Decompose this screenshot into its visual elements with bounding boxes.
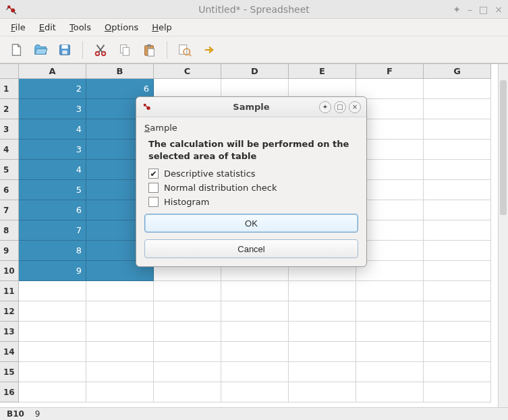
cell[interactable]	[19, 382, 86, 402]
cancel-button[interactable]: Cancel	[144, 239, 358, 258]
cell[interactable]	[289, 362, 356, 382]
row-header[interactable]: 9	[0, 241, 19, 261]
checkbox-descriptive[interactable]: ✔	[148, 169, 159, 179]
cell[interactable]	[424, 160, 491, 180]
cell[interactable]	[424, 261, 491, 281]
cell[interactable]	[424, 180, 491, 200]
cell[interactable]	[424, 301, 491, 322]
cell[interactable]	[356, 342, 424, 362]
cell[interactable]	[356, 362, 424, 382]
menu-help[interactable]: Help	[146, 21, 177, 34]
menu-file[interactable]: File	[5, 21, 31, 34]
checkbox-normal-row[interactable]: Normal distribution check	[148, 183, 358, 193]
cell[interactable]	[221, 301, 289, 322]
column-header[interactable]: C	[154, 64, 221, 79]
scrollbar-thumb[interactable]	[500, 80, 507, 215]
select-all-corner[interactable]	[0, 64, 19, 79]
cell[interactable]	[289, 382, 356, 402]
cell[interactable]: 3	[19, 99, 86, 119]
row-header[interactable]: 1	[0, 79, 19, 99]
cell[interactable]	[289, 281, 356, 301]
new-file-button[interactable]	[7, 40, 26, 59]
cell[interactable]: 7	[19, 220, 86, 241]
cell[interactable]	[221, 342, 289, 362]
cell[interactable]	[356, 322, 424, 342]
cell[interactable]	[19, 281, 86, 301]
cell[interactable]: 3	[19, 140, 86, 160]
cell[interactable]: 9	[19, 261, 86, 281]
dialog-titlebar[interactable]: Sample ✦ □ ×	[136, 97, 366, 117]
menu-tools[interactable]: Tools	[64, 21, 96, 34]
copy-button[interactable]	[115, 40, 134, 59]
cell[interactable]	[424, 200, 491, 220]
maximize-icon[interactable]: □	[479, 4, 488, 15]
row-header[interactable]: 6	[0, 180, 19, 200]
cell[interactable]: 6	[19, 200, 86, 220]
cell[interactable]	[424, 220, 491, 241]
cell[interactable]	[154, 382, 221, 402]
row-header[interactable]: 8	[0, 220, 19, 241]
column-header[interactable]: G	[424, 64, 491, 79]
cell[interactable]	[154, 322, 221, 342]
cell[interactable]	[221, 322, 289, 342]
pin-icon[interactable]: ✦	[453, 4, 461, 15]
column-header[interactable]: D	[221, 64, 289, 79]
cell[interactable]	[86, 322, 154, 342]
cell[interactable]	[221, 382, 289, 402]
cell[interactable]	[19, 322, 86, 342]
cell[interactable]	[424, 241, 491, 261]
cell[interactable]	[86, 281, 154, 301]
column-header[interactable]: A	[19, 64, 86, 79]
cell[interactable]	[424, 382, 491, 402]
cell[interactable]	[19, 362, 86, 382]
dialog-pin-icon[interactable]: ✦	[319, 101, 331, 113]
cell[interactable]	[424, 362, 491, 382]
find-button[interactable]	[175, 40, 194, 59]
checkbox-normal[interactable]	[148, 183, 159, 193]
dialog-maximize-icon[interactable]: □	[334, 101, 346, 113]
checkbox-descriptive-row[interactable]: ✔ Descriptive statistics	[148, 169, 358, 179]
column-header[interactable]: F	[356, 64, 424, 79]
cell[interactable]	[86, 342, 154, 362]
row-header[interactable]: 5	[0, 160, 19, 180]
cut-button[interactable]	[91, 40, 110, 59]
open-file-button[interactable]	[31, 40, 50, 59]
cell[interactable]	[356, 79, 424, 99]
menu-options[interactable]: Options	[99, 21, 144, 34]
cell[interactable]: 4	[19, 160, 86, 180]
cell[interactable]	[154, 301, 221, 322]
row-header[interactable]: 13	[0, 322, 19, 342]
row-header[interactable]: 7	[0, 200, 19, 220]
cell[interactable]	[424, 99, 491, 119]
minimize-icon[interactable]: –	[468, 4, 472, 15]
row-header[interactable]: 16	[0, 382, 19, 402]
column-header[interactable]: B	[86, 64, 154, 79]
column-header[interactable]: E	[289, 64, 356, 79]
paste-button[interactable]	[140, 40, 159, 59]
cell[interactable]: 8	[19, 241, 86, 261]
cell[interactable]	[221, 362, 289, 382]
cell[interactable]	[289, 342, 356, 362]
cell[interactable]	[424, 342, 491, 362]
cell[interactable]	[221, 281, 289, 301]
row-header[interactable]: 10	[0, 261, 19, 281]
row-header[interactable]: 12	[0, 301, 19, 322]
cell[interactable]	[424, 119, 491, 140]
ok-button[interactable]: OK	[144, 214, 358, 233]
cell[interactable]: 5	[19, 180, 86, 200]
close-icon[interactable]: ×	[495, 4, 503, 15]
cell[interactable]	[86, 382, 154, 402]
menu-edit[interactable]: Edit	[34, 21, 61, 34]
cell[interactable]	[424, 79, 491, 99]
vertical-scrollbar[interactable]	[498, 64, 508, 407]
row-header[interactable]: 2	[0, 99, 19, 119]
dialog-close-icon[interactable]: ×	[349, 101, 361, 113]
cell[interactable]	[154, 362, 221, 382]
row-header[interactable]: 11	[0, 281, 19, 301]
cell[interactable]	[356, 382, 424, 402]
row-header[interactable]: 3	[0, 119, 19, 140]
cell[interactable]	[424, 140, 491, 160]
cell[interactable]	[356, 281, 424, 301]
cell[interactable]	[19, 342, 86, 362]
cell[interactable]	[424, 322, 491, 342]
